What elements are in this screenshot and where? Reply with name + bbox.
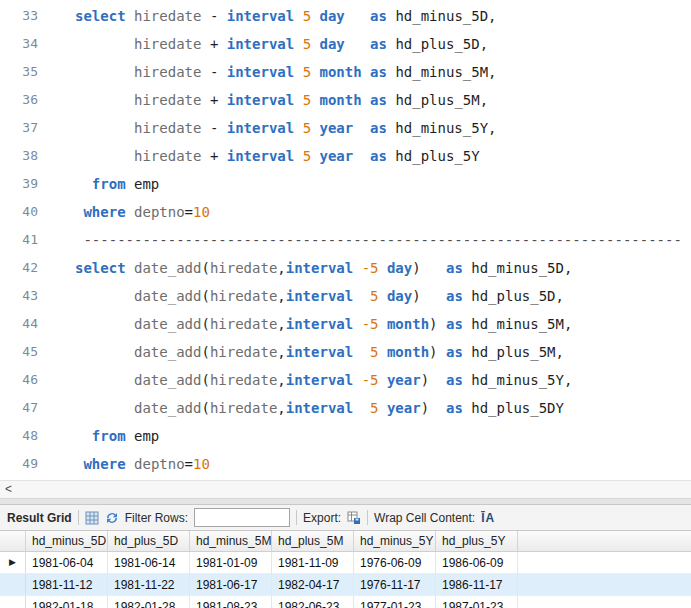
code-token: 5: [303, 64, 311, 80]
wrap-cell-content-icon[interactable]: ĪA: [481, 511, 495, 525]
grid-view-icon[interactable]: [85, 511, 99, 525]
code-token: =: [185, 456, 193, 472]
code-token: [75, 288, 134, 304]
table-cell[interactable]: 1981-06-14: [108, 552, 190, 573]
code-token: as: [446, 288, 463, 304]
code-token: 10: [193, 456, 210, 472]
code-line: 33select hiredate - interval 5 day as hd…: [0, 2, 691, 30]
code-token: hiredate: [210, 344, 277, 360]
code-token: ,: [277, 316, 285, 332]
code-line: 47 date_add(hiredate,interval 5 year) as…: [0, 394, 691, 422]
code-token: [311, 92, 319, 108]
table-cell[interactable]: 1981-11-09: [272, 552, 354, 573]
code-token: hd_plus_5M,: [387, 92, 488, 108]
table-row[interactable]: ▶1981-06-041981-06-141981-01-091981-11-0…: [0, 552, 691, 574]
code-token: [311, 8, 319, 24]
code-text: date_add(hiredate,interval 5 day) as hd_…: [48, 282, 564, 310]
sql-editor[interactable]: 33select hiredate - interval 5 day as hd…: [0, 0, 691, 480]
code-token: hd_minus_5D,: [463, 260, 573, 276]
table-cell[interactable]: 1982-01-18: [26, 596, 108, 608]
code-line: 41 -------------------------------------…: [0, 226, 691, 254]
code-token: from: [92, 428, 126, 444]
code-line: 37 hiredate - interval 5 year as hd_minu…: [0, 114, 691, 142]
table-cell[interactable]: 1981-11-12: [26, 574, 108, 595]
code-token: ): [429, 316, 446, 332]
table-cell[interactable]: 1986-11-17: [436, 574, 518, 595]
row-gutter-cell[interactable]: [0, 596, 26, 608]
code-token: hd_minus_5Y,: [387, 120, 497, 136]
code-token: where: [83, 456, 125, 472]
code-token: hiredate: [134, 36, 201, 52]
table-row[interactable]: 1981-11-121981-11-221981-06-171982-04-17…: [0, 574, 691, 596]
table-cell[interactable]: 1982-04-17: [272, 574, 354, 595]
table-cell[interactable]: 1986-06-09: [436, 552, 518, 573]
code-line: 49 where deptno=10: [0, 450, 691, 478]
scroll-left-arrow-icon[interactable]: <: [0, 481, 17, 498]
code-token: hiredate: [210, 400, 277, 416]
grid-corner-cell[interactable]: [0, 531, 26, 551]
row-gutter-cell[interactable]: ▶: [0, 552, 26, 573]
column-header[interactable]: hd_minus_5Y: [354, 531, 436, 551]
table-cell[interactable]: 1987-01-23: [436, 596, 518, 608]
line-number: 39: [0, 170, 48, 198]
column-header[interactable]: hd_minus_5D: [26, 531, 108, 551]
table-cell[interactable]: 1981-06-17: [190, 574, 272, 595]
code-area: 33select hiredate - interval 5 day as hd…: [0, 2, 691, 480]
code-token: [294, 148, 302, 164]
line-number: 41: [0, 226, 48, 254]
table-cell[interactable]: 1982-01-28: [108, 596, 190, 608]
table-cell[interactable]: 1981-11-22: [108, 574, 190, 595]
export-recordset-icon[interactable]: [347, 511, 361, 525]
column-header[interactable]: hd_plus_5M: [272, 531, 354, 551]
code-token: ): [412, 260, 446, 276]
code-token: (: [201, 372, 209, 388]
code-token: [75, 400, 134, 416]
code-line: 44 date_add(hiredate,interval -5 month) …: [0, 310, 691, 338]
toolbar-separator: [78, 510, 79, 525]
code-token: month: [387, 316, 429, 332]
code-text: from emp: [48, 422, 159, 450]
column-header[interactable]: hd_plus_5D: [108, 531, 190, 551]
table-cell[interactable]: 1976-11-17: [354, 574, 436, 595]
table-cell[interactable]: 1981-06-04: [26, 552, 108, 573]
table-cell[interactable]: 1982-06-23: [272, 596, 354, 608]
line-number: 38: [0, 142, 48, 170]
code-token: [362, 92, 370, 108]
code-token: interval: [227, 148, 294, 164]
code-token: as: [370, 36, 387, 52]
column-header[interactable]: hd_minus_5M: [190, 531, 272, 551]
code-token: hd_minus_5M,: [387, 64, 497, 80]
code-token: date_add: [134, 400, 201, 416]
code-token: [379, 316, 387, 332]
code-token: interval: [286, 316, 353, 332]
code-token: [379, 344, 387, 360]
code-token: select: [75, 8, 126, 24]
code-text: hiredate + interval 5 day as hd_plus_5D,: [48, 30, 488, 58]
code-token: [75, 372, 134, 388]
table-row[interactable]: 1982-01-181982-01-281981-08-231982-06-23…: [0, 596, 691, 608]
code-token: date_add: [134, 316, 201, 332]
code-token: hd_plus_5Y: [387, 148, 480, 164]
code-token: +: [201, 148, 226, 164]
line-number: 33: [0, 2, 48, 30]
row-gutter-cell[interactable]: [0, 574, 26, 595]
code-token: [75, 344, 134, 360]
code-token: date_add: [134, 288, 201, 304]
horizontal-scrollbar[interactable]: <: [0, 480, 691, 498]
refresh-icon[interactable]: [105, 511, 119, 525]
code-token: day: [320, 36, 345, 52]
code-token: interval: [227, 92, 294, 108]
table-cell[interactable]: 1981-01-09: [190, 552, 272, 573]
table-cell[interactable]: 1981-08-23: [190, 596, 272, 608]
filter-rows-input[interactable]: [194, 508, 290, 527]
line-number: 35: [0, 58, 48, 86]
code-token: 5: [303, 148, 311, 164]
code-text: date_add(hiredate,interval 5 month) as h…: [48, 338, 564, 366]
code-token: deptno: [134, 204, 185, 220]
code-token: (: [201, 344, 209, 360]
table-cell[interactable]: 1976-06-09: [354, 552, 436, 573]
code-token: day: [387, 260, 412, 276]
column-header[interactable]: hd_plus_5Y: [436, 531, 518, 551]
table-cell[interactable]: 1977-01-23: [354, 596, 436, 608]
code-line: 42select date_add(hiredate,interval -5 d…: [0, 254, 691, 282]
